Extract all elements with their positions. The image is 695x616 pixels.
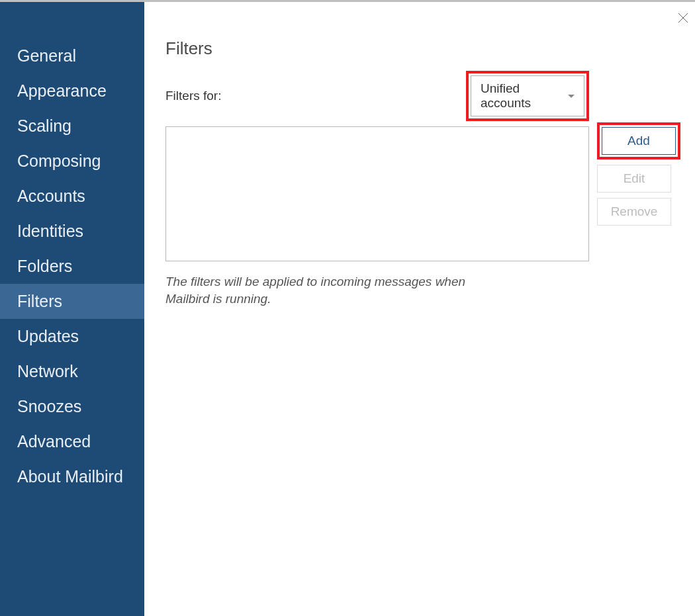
highlight-add-button: Add [597,122,680,159]
sidebar-item-label: Composing [17,152,101,170]
sidebar-item-appearance[interactable]: Appearance [0,73,144,109]
page-title: Filters [165,38,680,59]
sidebar-item-snoozes[interactable]: Snoozes [0,389,144,424]
sidebar-item-general[interactable]: General [0,38,144,73]
sidebar-item-label: Identities [17,222,83,240]
edit-button[interactable]: Edit [597,165,671,193]
sidebar-item-advanced[interactable]: Advanced [0,424,144,459]
filter-action-buttons: Add Edit Remove [597,122,680,226]
highlight-dropdown: Unified accounts [466,71,589,121]
filters-content-row: Add Edit Remove [165,126,680,261]
sidebar-item-composing[interactable]: Composing [0,144,144,179]
add-button-label: Add [627,134,650,148]
remove-button-label: Remove [611,204,658,219]
sidebar-item-scaling[interactable]: Scaling [0,109,144,144]
sidebar-item-label: Accounts [17,187,85,205]
sidebar-item-label: Folders [17,257,72,275]
settings-main-panel: Filters Filters for: Unified accounts Ad… [144,2,695,616]
sidebar-item-label: General [17,46,76,65]
edit-button-label: Edit [624,171,645,186]
sidebar-item-label: Filters [17,292,62,310]
sidebar-item-folders[interactable]: Folders [0,249,144,284]
settings-sidebar: General Appearance Scaling Composing Acc… [0,2,144,616]
settings-window: General Appearance Scaling Composing Acc… [0,0,695,616]
account-dropdown[interactable]: Unified accounts [471,75,584,116]
remove-button[interactable]: Remove [597,198,671,226]
close-icon [678,13,688,23]
sidebar-item-network[interactable]: Network [0,354,144,389]
sidebar-item-label: Network [17,362,78,380]
filters-for-label: Filters for: [165,89,221,103]
sidebar-item-label: Scaling [17,116,71,135]
add-button[interactable]: Add [602,127,676,155]
sidebar-item-identities[interactable]: Identities [0,214,144,249]
filters-list[interactable] [165,126,589,261]
sidebar-item-updates[interactable]: Updates [0,319,144,354]
filters-for-row: Filters for: Unified accounts [165,71,589,121]
chevron-down-icon [568,95,575,98]
sidebar-item-label: Advanced [17,432,91,451]
close-button[interactable] [675,10,691,26]
sidebar-item-label: Appearance [17,81,107,100]
sidebar-item-label: About Mailbird [17,467,123,486]
sidebar-item-label: Updates [17,327,79,345]
dropdown-value: Unified accounts [481,81,561,110]
sidebar-item-accounts[interactable]: Accounts [0,179,144,214]
filters-hint-text: The filters will be applied to incoming … [165,273,510,307]
sidebar-item-filters[interactable]: Filters [0,284,144,319]
sidebar-item-about-mailbird[interactable]: About Mailbird [0,459,144,494]
sidebar-item-label: Snoozes [17,397,81,416]
